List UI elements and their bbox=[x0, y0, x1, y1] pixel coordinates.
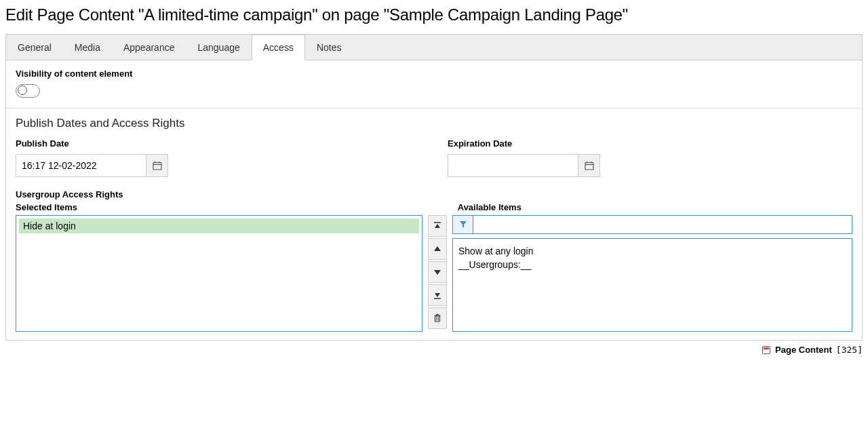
calendar-icon bbox=[585, 161, 594, 170]
tab-language[interactable]: Language bbox=[186, 35, 251, 60]
expiration-date-label: Expiration Date bbox=[448, 138, 852, 149]
publish-section: Publish Dates and Access Rights Publish … bbox=[6, 108, 862, 340]
tab-notes[interactable]: Notes bbox=[305, 35, 353, 60]
svg-rect-0 bbox=[153, 163, 161, 170]
expiration-date-input[interactable] bbox=[448, 154, 578, 177]
usergroup-label: Usergroup Access Rights bbox=[16, 189, 852, 199]
selected-items-label: Selected Items bbox=[16, 202, 422, 212]
tab-appearance[interactable]: Appearance bbox=[112, 35, 186, 60]
move-up-button[interactable] bbox=[428, 238, 447, 260]
svg-marker-11 bbox=[434, 270, 441, 275]
remove-button[interactable] bbox=[428, 307, 447, 329]
selected-items-box[interactable]: Hide at login bbox=[16, 215, 422, 332]
visibility-section: Visibility of content element bbox=[6, 60, 862, 108]
filter-icon bbox=[459, 220, 467, 229]
expiration-date-picker-button[interactable] bbox=[578, 154, 600, 177]
publish-date-label: Publish Date bbox=[16, 138, 420, 149]
svg-rect-23 bbox=[764, 347, 769, 349]
svg-rect-14 bbox=[435, 316, 440, 322]
available-item[interactable]: __Usergroups:__ bbox=[458, 258, 846, 271]
toggle-knob bbox=[18, 85, 27, 95]
publish-date-picker-button[interactable] bbox=[146, 154, 168, 177]
available-filter-input[interactable] bbox=[473, 215, 852, 234]
available-items-box[interactable]: Show at any login __Usergroups:__ bbox=[452, 238, 852, 332]
tab-access[interactable]: Access bbox=[252, 35, 305, 60]
publish-heading: Publish Dates and Access Rights bbox=[16, 117, 852, 130]
svg-rect-4 bbox=[585, 163, 593, 170]
footer-label: Page Content bbox=[775, 345, 832, 355]
selected-item[interactable]: Hide at login bbox=[19, 218, 419, 233]
reorder-controls bbox=[428, 215, 447, 332]
move-top-icon bbox=[433, 221, 442, 231]
svg-marker-21 bbox=[460, 221, 467, 228]
trash-icon bbox=[433, 313, 442, 323]
filter-button[interactable] bbox=[452, 215, 473, 234]
available-item[interactable]: Show at any login bbox=[458, 244, 846, 258]
edit-panel: General Media Appearance Language Access… bbox=[5, 34, 863, 341]
tab-bar: General Media Appearance Language Access… bbox=[6, 35, 862, 60]
tab-media[interactable]: Media bbox=[63, 35, 112, 60]
page-title: Edit Page Content "A limited-time campai… bbox=[5, 5, 863, 24]
available-items-label: Available Items bbox=[458, 202, 852, 212]
svg-marker-10 bbox=[434, 246, 441, 251]
move-down-icon bbox=[433, 267, 442, 277]
calendar-icon bbox=[153, 161, 162, 170]
move-down-button[interactable] bbox=[428, 261, 447, 283]
visibility-label: Visibility of content element bbox=[16, 69, 852, 79]
move-bottom-button[interactable] bbox=[428, 284, 447, 306]
move-bottom-icon bbox=[433, 290, 442, 300]
svg-marker-12 bbox=[435, 293, 440, 297]
tab-general[interactable]: General bbox=[6, 35, 63, 60]
content-icon bbox=[762, 345, 771, 355]
footer-info: Page Content [325] bbox=[5, 345, 863, 355]
move-top-button[interactable] bbox=[428, 215, 447, 237]
visibility-toggle[interactable] bbox=[16, 84, 40, 98]
move-up-icon bbox=[433, 244, 442, 254]
publish-date-input[interactable] bbox=[16, 154, 146, 177]
svg-marker-9 bbox=[435, 224, 440, 228]
footer-id: [325] bbox=[836, 345, 863, 355]
